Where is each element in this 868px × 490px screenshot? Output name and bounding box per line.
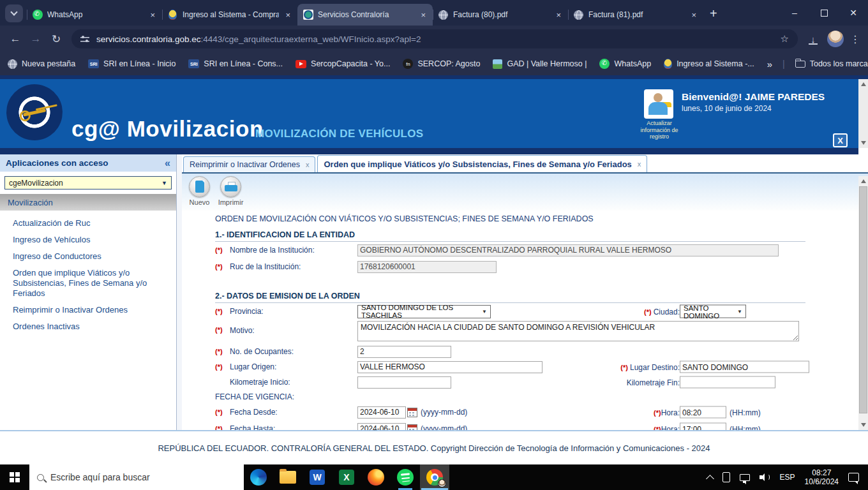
browser-tab-factura81[interactable]: Factura (81).pdf × bbox=[568, 4, 703, 26]
sidebar-item-ingreso-conductores[interactable]: Ingreso de Conductores bbox=[13, 251, 170, 262]
calendar-icon[interactable] bbox=[407, 408, 417, 417]
km-fin-field[interactable] bbox=[680, 376, 775, 389]
forward-button[interactable]: → bbox=[26, 29, 46, 48]
taskbar-word[interactable]: W bbox=[303, 464, 332, 490]
update-registration-avatar[interactable] bbox=[644, 89, 673, 119]
ruc-institucion-field[interactable] bbox=[357, 261, 497, 273]
header-scrollbar[interactable] bbox=[858, 79, 868, 148]
browser-tab-ingreso[interactable]: Ingreso al Sistema - Compra × bbox=[162, 4, 297, 26]
browser-tab-whatsapp[interactable]: WhatsApp × bbox=[27, 4, 162, 26]
sidebar-item-ingreso-vehiculos[interactable]: Ingreso de Vehículos bbox=[13, 235, 170, 245]
ocupantes-field[interactable] bbox=[357, 346, 451, 358]
sidebar-group-movilizacion[interactable]: Movilización bbox=[0, 194, 176, 211]
app-close-button[interactable]: X bbox=[833, 133, 848, 147]
km-inicio-field[interactable] bbox=[357, 376, 451, 389]
browser-tab-contraloria[interactable]: Servicios Contraloría × bbox=[297, 4, 433, 26]
tab-search-button[interactable] bbox=[5, 4, 23, 22]
km-fin-label: Kilometraje Fin: bbox=[627, 378, 680, 387]
tab-close-icon[interactable]: x bbox=[638, 160, 641, 168]
tray-clock[interactable]: 08:27 10/6/2024 bbox=[805, 468, 839, 486]
tab-close-icon[interactable]: × bbox=[689, 10, 698, 20]
bookmark-ingreso[interactable]: Ingreso al Sistema -... bbox=[664, 59, 754, 69]
all-bookmarks-button[interactable]: Todos los marcadores bbox=[795, 59, 868, 68]
reload-button[interactable]: ↻ bbox=[46, 29, 66, 48]
tab-close-icon[interactable]: x bbox=[306, 161, 310, 168]
imprimir-button[interactable]: Imprimir bbox=[216, 176, 245, 211]
site-info-icon[interactable] bbox=[80, 35, 89, 43]
scrollbar-thumb[interactable] bbox=[859, 186, 867, 413]
bookmark-sri-inicio[interactable]: SRISRI en Línea - Inicio bbox=[88, 59, 176, 68]
whatsapp-icon bbox=[33, 10, 43, 20]
provincia-select[interactable]: SANTO DOMINGO DE LOS TSACHILAS ▼ bbox=[357, 305, 491, 318]
bookmark-star-icon[interactable]: ☆ bbox=[781, 33, 789, 45]
taskbar-chrome-active[interactable] bbox=[420, 464, 449, 490]
tab-close-icon[interactable]: × bbox=[283, 10, 292, 20]
bookmark-sercopcapacita[interactable]: SercopCapacita - Yo... bbox=[296, 59, 390, 68]
back-button[interactable]: ← bbox=[5, 29, 26, 48]
taskbar-spotify[interactable] bbox=[391, 464, 420, 490]
taskbar-explorer[interactable] bbox=[273, 464, 303, 490]
menu-kebab-icon[interactable]: ⋮ bbox=[848, 33, 863, 45]
ciudad-select[interactable]: SANTO DOMINGO ▼ bbox=[680, 305, 746, 318]
maximize-button[interactable] bbox=[809, 0, 839, 26]
sidebar-item-ordenes-inactivas[interactable]: Ordenes Inactivas bbox=[13, 322, 170, 332]
lugar-destino-field[interactable] bbox=[680, 361, 809, 373]
sidebar-item-orden-viaticos[interactable]: Orden que implique Viáticos y/o Subsiste… bbox=[13, 268, 170, 299]
address-bar[interactable]: servicios.contraloria.gob.ec:4443/cge_ar… bbox=[71, 29, 798, 48]
device-icon[interactable] bbox=[722, 472, 730, 482]
application-select[interactable]: cgeMovilizacion ▼ bbox=[4, 176, 172, 189]
sidebar-collapse-icon[interactable]: « bbox=[165, 158, 170, 169]
scroll-up-icon[interactable] bbox=[861, 179, 866, 183]
hora-hasta-field[interactable] bbox=[680, 423, 726, 431]
bookmark-nueva-pestana[interactable]: Nueva pestaña bbox=[8, 59, 75, 69]
sidebar-item-reimprimir[interactable]: Reimprimir o Inactivar Ordenes bbox=[13, 305, 170, 315]
scroll-down-icon[interactable] bbox=[861, 141, 866, 145]
taskbar-edge[interactable] bbox=[244, 464, 273, 490]
section-2-heading: 2.- DATOS DE EMISION DE LA ORDEN bbox=[215, 292, 805, 303]
browser-tab-factura80[interactable]: Factura (80).pdf × bbox=[433, 4, 568, 26]
sidebar-item-actualizacion-ruc[interactable]: Actualización de Ruc bbox=[13, 218, 170, 228]
motivo-field[interactable]: MOVILIZACIÓN HACIA LA CIUDAD DE SANTO DO… bbox=[357, 321, 799, 341]
excel-icon: X bbox=[339, 470, 354, 485]
notification-center-icon[interactable] bbox=[848, 473, 859, 482]
bookmark-sercop[interactable]: fnSERCOP: Agosto bbox=[403, 59, 480, 69]
scroll-up-icon[interactable] bbox=[861, 82, 866, 86]
tab-reimprimir[interactable]: Reimprimir o Inactivar Ordenes x bbox=[183, 156, 315, 172]
required-marker: (*) bbox=[215, 246, 230, 254]
bookmarks-overflow-button[interactable]: » bbox=[767, 59, 772, 70]
minimize-button[interactable]: – bbox=[780, 0, 809, 26]
taskbar-excel[interactable]: X bbox=[332, 464, 361, 490]
lugar-origen-field[interactable] bbox=[357, 361, 542, 373]
nombre-institucion-field[interactable] bbox=[357, 244, 779, 256]
printer-icon bbox=[225, 182, 237, 192]
avatar-caption[interactable]: Actualizar información de registro bbox=[639, 120, 680, 140]
bookmark-whatsapp[interactable]: WhatsApp bbox=[599, 59, 651, 69]
date-format-hint: (yyyy-mm-dd) bbox=[421, 408, 467, 417]
close-button[interactable]: ✕ bbox=[839, 0, 868, 26]
taskbar-search[interactable] bbox=[29, 464, 244, 490]
hora-desde-field[interactable] bbox=[680, 406, 726, 419]
tab-close-icon[interactable]: × bbox=[148, 10, 157, 20]
nuevo-button[interactable]: Nuevo bbox=[185, 176, 214, 211]
content-scrollbar[interactable] bbox=[858, 176, 868, 430]
required-marker: (*) bbox=[215, 425, 230, 430]
fecha-hasta-field[interactable] bbox=[357, 423, 406, 431]
tray-expand-icon[interactable] bbox=[706, 475, 714, 483]
taskbar-search-input[interactable] bbox=[50, 472, 236, 482]
bookmark-gad[interactable]: GAD | Valle Hermoso | bbox=[493, 59, 587, 69]
volume-icon[interactable] bbox=[760, 473, 770, 482]
tab-orden-viaticos[interactable]: Orden que implique Viáticos y/o Subsiste… bbox=[317, 155, 647, 172]
new-tab-button[interactable]: + bbox=[710, 6, 717, 21]
scroll-down-icon[interactable] bbox=[861, 423, 866, 427]
profile-avatar[interactable] bbox=[827, 31, 844, 47]
start-button[interactable] bbox=[0, 464, 29, 490]
tab-close-icon[interactable]: × bbox=[554, 10, 563, 20]
bookmark-sri-cons[interactable]: SRISRI en Línea - Cons... bbox=[188, 59, 283, 68]
tab-close-icon[interactable]: × bbox=[419, 10, 428, 20]
downloads-icon[interactable]: ↓ bbox=[803, 34, 823, 45]
calendar-icon[interactable] bbox=[407, 424, 417, 431]
language-indicator[interactable]: ESP bbox=[780, 473, 795, 482]
taskbar-firefox[interactable] bbox=[361, 464, 391, 490]
network-icon[interactable] bbox=[740, 474, 750, 481]
fecha-desde-field[interactable] bbox=[357, 406, 406, 419]
